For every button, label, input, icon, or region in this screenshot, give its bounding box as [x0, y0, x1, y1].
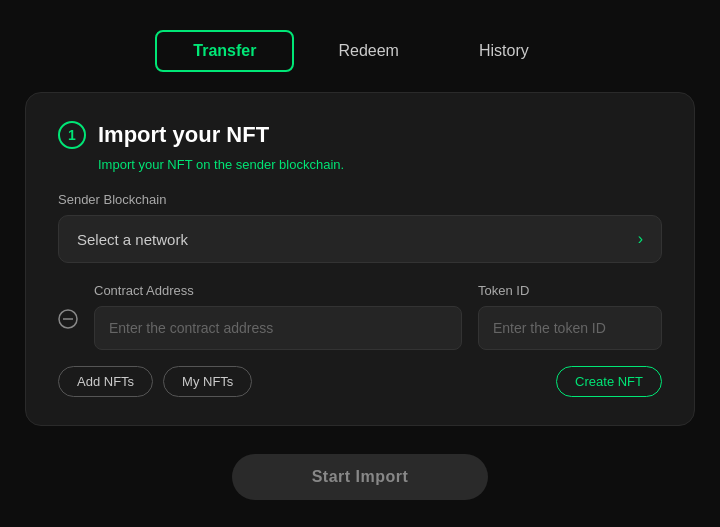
- contract-address-input[interactable]: [94, 306, 462, 350]
- tab-redeem[interactable]: Redeem: [302, 32, 434, 70]
- token-id-input[interactable]: [478, 306, 662, 350]
- token-id-label: Token ID: [478, 283, 662, 298]
- actions-row: Add NFTs My NFTs Create NFT: [58, 366, 662, 397]
- section-title: Import your NFT: [98, 122, 269, 148]
- create-nft-button[interactable]: Create NFT: [556, 366, 662, 397]
- start-import-container: Start Import: [232, 454, 489, 500]
- remove-button[interactable]: [58, 309, 78, 329]
- add-nfts-button[interactable]: Add NFTs: [58, 366, 153, 397]
- tab-bar: Transfer Redeem History: [155, 30, 564, 72]
- token-id-group: Token ID: [478, 283, 662, 350]
- contract-address-label: Contract Address: [94, 283, 462, 298]
- network-placeholder-text: Select a network: [77, 231, 188, 248]
- sender-blockchain-label: Sender Blockchain: [58, 192, 662, 207]
- tab-history[interactable]: History: [443, 32, 565, 70]
- chevron-right-icon: ›: [638, 230, 643, 248]
- section-header: 1 Import your NFT: [58, 121, 662, 149]
- my-nfts-button[interactable]: My NFTs: [163, 366, 252, 397]
- start-import-button[interactable]: Start Import: [232, 454, 489, 500]
- left-actions: Add NFTs My NFTs: [58, 366, 252, 397]
- inputs-row: Contract Address Token ID: [58, 283, 662, 350]
- section-subtitle: Import your NFT on the sender blockchain…: [98, 157, 662, 172]
- tab-transfer[interactable]: Transfer: [155, 30, 294, 72]
- step-badge: 1: [58, 121, 86, 149]
- main-card: 1 Import your NFT Import your NFT on the…: [25, 92, 695, 426]
- network-select[interactable]: Select a network ›: [58, 215, 662, 263]
- contract-address-group: Contract Address: [94, 283, 462, 350]
